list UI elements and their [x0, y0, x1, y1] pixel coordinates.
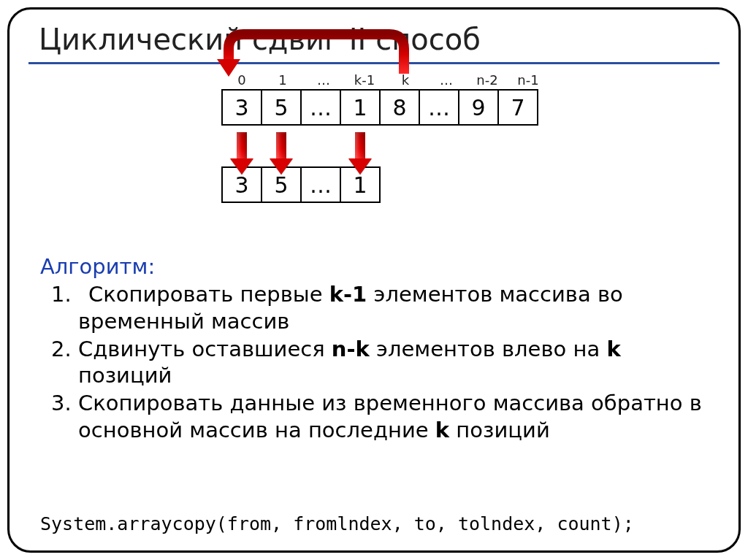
algorithm-step: Скопировать данные из временного массива…: [78, 390, 708, 443]
array-cell: 7: [497, 89, 538, 126]
main-array-row: 3 5 … 1 8 … 9 7: [221, 89, 549, 126]
step-bold: k: [606, 337, 620, 361]
step-text: позиций: [449, 418, 550, 442]
step-bold: k: [435, 418, 449, 442]
algorithm-list: Скопировать первые k-1 элементов массива…: [40, 281, 708, 443]
index-label: n-1: [508, 72, 549, 88]
algorithm-step: Сдвинуть оставшиеся n-k элементов влево …: [78, 336, 708, 389]
slide: Циклический сдвиг II способ 0 1 … k-1: [0, 0, 748, 560]
step-text: позиций: [78, 363, 172, 388]
array-cell: 9: [458, 89, 499, 126]
curved-arrow-icon: [141, 23, 462, 81]
step-text: элементов влево на: [370, 337, 607, 361]
array-cell: 8: [379, 89, 420, 126]
algorithm-title: Алгоритм:: [40, 253, 708, 280]
step-bold: k-1: [329, 282, 367, 307]
algorithm-step: Скопировать первые k-1 элементов массива…: [78, 281, 708, 334]
step-text: Скопировать первые: [88, 282, 329, 307]
step-bold: n-k: [332, 337, 370, 361]
step-text: Скопировать данные из временного массива…: [78, 391, 702, 442]
svg-marker-0: [217, 59, 240, 77]
array-cell: 1: [340, 89, 381, 126]
step-text: Сдвинуть оставшиеся: [78, 337, 332, 361]
slide-frame: Циклический сдвиг II способ 0 1 … k-1: [7, 7, 741, 553]
index-label: n-2: [467, 72, 508, 88]
algorithm-block: Алгоритм: Скопировать первые k-1 элемент…: [40, 253, 708, 445]
array-cell: 5: [261, 89, 302, 126]
array-cell: …: [419, 89, 459, 126]
array-cell: 3: [221, 89, 262, 126]
array-diagram: 0 1 … k-1 k … n-2 n-1 3 5 … 1 8 … 9 7: [221, 72, 549, 203]
array-cell: …: [300, 89, 341, 126]
code-line: System.arraycopy(from, fromlndex, to, to…: [40, 513, 634, 534]
array-cell: …: [300, 166, 341, 203]
